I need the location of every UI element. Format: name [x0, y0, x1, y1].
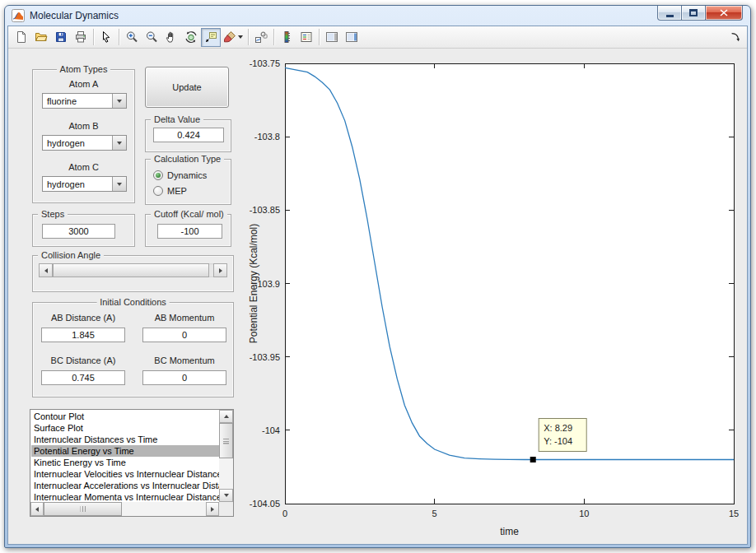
list-item[interactable]: Potential Energy vs Time — [31, 445, 219, 457]
figure-client: Atom Types Atom A fluorine Atom B hydrog… — [7, 26, 748, 545]
plot-background[interactable] — [285, 63, 734, 504]
list-item[interactable]: Internuclear Velocities vs Internuclear … — [31, 468, 219, 480]
toolbar-separator — [93, 29, 94, 45]
scroll-up-button[interactable] — [219, 410, 233, 423]
maximize-icon — [689, 9, 698, 16]
radio-label: MEP — [167, 186, 187, 196]
pan-icon — [165, 30, 178, 44]
open-file-button[interactable] — [31, 28, 51, 47]
slider-left-arrow[interactable] — [39, 263, 53, 277]
x-tick-label: 15 — [729, 509, 739, 518]
slider-thumb[interactable] — [53, 263, 209, 277]
dock-figure-icon — [730, 31, 741, 43]
scroll-down-button[interactable] — [219, 489, 233, 502]
atom-b-dropdown-icon[interactable] — [112, 136, 126, 150]
calculation-type-panel: Calculation Type DynamicsMEP — [145, 159, 231, 205]
list-item[interactable]: Internuclear Momenta vs Internuclear Dis… — [31, 491, 219, 503]
ab-momentum-label: AB Momentum — [142, 313, 226, 323]
rotate-3d-button[interactable] — [181, 28, 201, 47]
plot-type-listbox: Contour PlotSurface PlotInternuclear Dis… — [30, 409, 234, 517]
list-item[interactable]: Surface Plot — [31, 422, 219, 434]
arrow-right-icon — [219, 268, 222, 273]
dock-figure-button[interactable] — [726, 28, 744, 46]
collision-angle-panel: Collision Angle — [32, 255, 234, 292]
atom-b-select[interactable]: hydrogen — [42, 135, 127, 151]
insert-legend-button[interactable] — [296, 28, 316, 47]
toolbar-separator — [273, 29, 274, 45]
maximize-button[interactable] — [682, 6, 705, 21]
pan-button[interactable] — [161, 28, 181, 47]
chevron-down-icon — [117, 183, 122, 186]
chevron-down-icon — [117, 142, 122, 145]
vertical-scroll-thumb[interactable] — [219, 423, 233, 458]
link-plot-button[interactable] — [251, 28, 271, 47]
atom-a-label: Atom A — [33, 79, 134, 89]
datatip-text: Y: -104 — [544, 436, 572, 446]
delta-value-title: Delta Value — [151, 114, 203, 124]
steps-input[interactable] — [42, 224, 115, 239]
titlebar[interactable]: Molecular Dynamics — [5, 6, 750, 26]
atom-a-select[interactable]: fluorine — [42, 93, 127, 109]
arrow-up-icon — [224, 415, 229, 418]
ab-momentum-input[interactable] — [142, 328, 226, 342]
edit-plot-button[interactable] — [96, 28, 116, 47]
minimize-button[interactable] — [657, 6, 682, 21]
list-item[interactable]: Kinetic Energy vs Time — [31, 457, 219, 468]
list-item[interactable]: Contour Plot — [31, 411, 219, 422]
show-plot-tools-icon — [345, 30, 358, 44]
brush-button[interactable] — [221, 28, 245, 47]
list-vertical-scrollbar[interactable] — [219, 410, 233, 502]
zoom-out-button[interactable] — [142, 28, 161, 47]
ab-distance-label: AB Distance (A) — [41, 313, 125, 323]
y-tick-label: -104.05 — [250, 499, 280, 509]
hide-plot-tools-button[interactable] — [322, 28, 342, 47]
list-item[interactable]: Internuclear Distances vs Time — [31, 434, 219, 445]
atom-a-dropdown-icon[interactable] — [112, 94, 126, 108]
show-plot-tools-button[interactable] — [342, 28, 362, 47]
radio-icon[interactable] — [153, 186, 163, 196]
toolbar-separator — [119, 29, 119, 45]
atom-a-value: fluorine — [47, 96, 77, 106]
arrow-left-icon — [35, 507, 39, 512]
brush-icon — [223, 30, 236, 44]
link-plot-icon — [254, 30, 268, 44]
arrow-down-icon — [224, 494, 229, 497]
plot-axes[interactable]: 051015-103.75-103.8-103.85-103.9-103.95-… — [244, 49, 749, 544]
y-tick-label: -104 — [262, 425, 280, 435]
calc-option-mep[interactable]: MEP — [153, 183, 227, 198]
hide-plot-tools-icon — [325, 30, 338, 44]
y-axis-label: Potential Energy (Kcal/mol) — [248, 224, 259, 343]
calc-option-dynamics[interactable]: Dynamics — [153, 167, 227, 183]
slider-right-arrow[interactable] — [213, 263, 227, 277]
brush-dropdown-icon[interactable] — [238, 35, 243, 39]
horizontal-scroll-thumb[interactable] — [44, 502, 122, 516]
y-tick-label: -103.8 — [254, 132, 280, 142]
datatip-tooltip[interactable]: X: 8.29Y: -104 — [539, 419, 586, 452]
atom-c-dropdown-icon[interactable] — [112, 177, 126, 191]
scroll-right-button[interactable] — [206, 502, 219, 516]
radio-icon[interactable] — [153, 170, 163, 180]
atom-c-value: hydrogen — [47, 179, 85, 189]
cutoff-input[interactable] — [157, 224, 222, 239]
ab-distance-input[interactable] — [41, 328, 125, 342]
delta-value-input[interactable] — [153, 128, 224, 142]
list-item[interactable]: Internuclear Accelerations vs Internucle… — [31, 480, 219, 491]
insert-colorbar-button[interactable] — [277, 28, 296, 47]
list-horizontal-scrollbar[interactable] — [30, 502, 219, 516]
close-icon — [720, 9, 728, 16]
bc-distance-input[interactable] — [41, 370, 125, 385]
print-figure-button[interactable] — [71, 28, 91, 47]
x-tick-label: 10 — [579, 509, 589, 518]
save-figure-button[interactable] — [51, 28, 71, 47]
datatip-marker[interactable] — [530, 457, 536, 462]
bc-momentum-input[interactable] — [142, 370, 226, 385]
y-tick-label: -103.85 — [250, 205, 280, 215]
close-button[interactable] — [705, 6, 743, 21]
new-figure-button[interactable] — [12, 28, 31, 47]
collision-angle-slider[interactable] — [39, 263, 227, 277]
zoom-in-button[interactable] — [122, 28, 142, 47]
update-button[interactable]: Update — [145, 67, 229, 108]
scroll-left-button[interactable] — [30, 502, 44, 516]
atom-c-select[interactable]: hydrogen — [42, 176, 127, 192]
data-cursor-button[interactable] — [201, 28, 221, 47]
